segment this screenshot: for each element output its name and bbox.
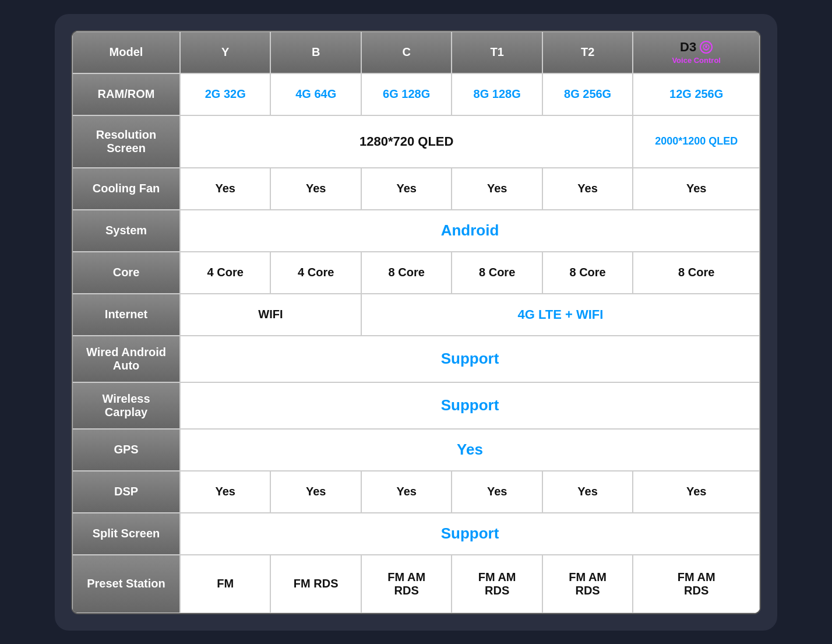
core-t2: 8 Core: [542, 252, 633, 294]
dsp-t2: Yes: [542, 471, 633, 513]
header-c: C: [361, 31, 452, 73]
resolution-label: Resolution Screen: [96, 128, 156, 155]
core-d3: 8 Core: [633, 252, 760, 294]
model-label: Model: [110, 45, 143, 59]
cooling-fan-header: Cooling Fan: [72, 168, 180, 210]
svg-rect-1: [706, 45, 707, 48]
split-screen-header: Split Screen: [72, 513, 180, 555]
col-c-label: C: [402, 45, 410, 59]
ram-rom-header: RAM/ROM: [72, 73, 180, 115]
system-header: System: [72, 210, 180, 252]
core-c: 8 Core: [361, 252, 452, 294]
preset-station-b: FM RDS: [270, 555, 361, 613]
ram-rom-b: 4G 64G: [270, 73, 361, 115]
dsp-c: Yes: [361, 471, 452, 513]
ram-rom-t1: 8G 128G: [452, 73, 542, 115]
preset-station-t2: FM AM RDS: [542, 555, 633, 613]
resolution-header: Resolution Screen: [72, 115, 180, 168]
internet-wifi: WIFI: [180, 294, 361, 336]
system-label: System: [105, 224, 147, 237]
internet-header: Internet: [72, 294, 180, 336]
dsp-header: DSP: [72, 471, 180, 513]
outer-container: Model Y B C T1 T2 D3: [55, 14, 777, 631]
core-y: 4 Core: [180, 252, 270, 294]
resolution-main: 1280*720 QLED: [180, 115, 633, 168]
dsp-t1: Yes: [452, 471, 542, 513]
header-d3: D3 Voice Control: [633, 31, 760, 73]
ram-rom-y: 2G 32G: [180, 73, 270, 115]
gps-value: Yes: [180, 429, 760, 471]
ram-rom-c: 6G 128G: [361, 73, 452, 115]
dsp-d3: Yes: [633, 471, 760, 513]
core-label: Core: [113, 266, 140, 279]
dsp-y: Yes: [180, 471, 270, 513]
cooling-fan-t1: Yes: [452, 168, 542, 210]
header-b: B: [270, 31, 361, 73]
ram-rom-d3: 12G 256G: [633, 73, 760, 115]
cooling-fan-label: Cooling Fan: [93, 182, 160, 195]
comparison-table: Model Y B C T1 T2 D3: [71, 30, 761, 614]
header-t1: T1: [452, 31, 542, 73]
cooling-fan-b: Yes: [270, 168, 361, 210]
cooling-fan-t2: Yes: [542, 168, 633, 210]
ram-rom-label: RAM/ROM: [98, 87, 155, 101]
col-t2-label: T2: [581, 45, 594, 59]
wireless-carplay-label: Wireless Carplay: [102, 392, 150, 419]
wireless-carplay-header: Wireless Carplay: [72, 382, 180, 429]
dsp-b: Yes: [270, 471, 361, 513]
col-b-label: B: [312, 45, 320, 59]
header-y: Y: [180, 31, 270, 73]
preset-station-d3: FM AM RDS: [633, 555, 760, 613]
cooling-fan-y: Yes: [180, 168, 270, 210]
split-screen-value: Support: [180, 513, 760, 555]
voice-control-icon: [700, 41, 713, 54]
wireless-carplay-value: Support: [180, 382, 760, 429]
preset-station-t1: FM AM RDS: [452, 555, 542, 613]
resolution-d3: 2000*1200 QLED: [633, 115, 760, 168]
header-t2: T2: [542, 31, 633, 73]
dsp-label: DSP: [114, 485, 138, 498]
col-d3-label: D3: [680, 40, 696, 55]
split-screen-label: Split Screen: [93, 527, 160, 540]
ram-rom-t2: 8G 256G: [542, 73, 633, 115]
system-value: Android: [180, 210, 760, 252]
preset-station-c: FM AM RDS: [361, 555, 452, 613]
col-y-label: Y: [221, 45, 229, 59]
internet-label: Internet: [105, 308, 147, 321]
core-t1: 8 Core: [452, 252, 542, 294]
gps-header: GPS: [72, 429, 180, 471]
cooling-fan-d3: Yes: [633, 168, 760, 210]
core-header: Core: [72, 252, 180, 294]
preset-station-header: Preset Station: [72, 555, 180, 613]
internet-4g: 4G LTE + WIFI: [361, 294, 760, 336]
table-grid: Model Y B C T1 T2 D3: [72, 31, 760, 613]
cooling-fan-c: Yes: [361, 168, 452, 210]
core-b: 4 Core: [270, 252, 361, 294]
header-model: Model: [72, 31, 180, 73]
preset-station-label: Preset Station: [87, 577, 165, 590]
wired-android-auto-header: Wired Android Auto: [72, 336, 180, 382]
voice-control-text: Voice Control: [672, 56, 721, 65]
gps-label: GPS: [114, 443, 138, 456]
wired-android-auto-label: Wired Android Auto: [86, 346, 166, 372]
wired-android-auto-value: Support: [180, 336, 760, 382]
col-t1-label: T1: [490, 45, 503, 59]
preset-station-y: FM: [180, 555, 270, 613]
